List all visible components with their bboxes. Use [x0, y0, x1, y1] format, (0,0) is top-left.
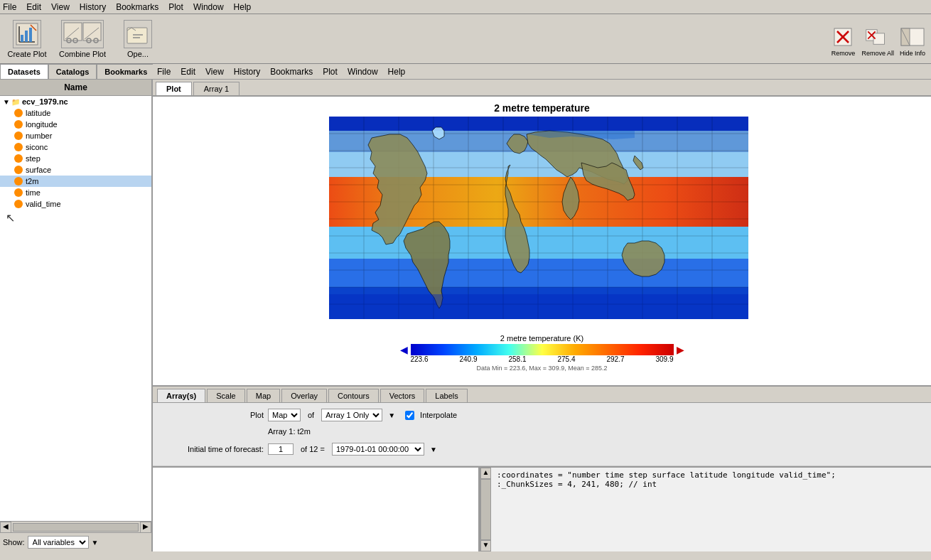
array-dropdown-icon[interactable]: ▼: [388, 411, 395, 419]
tab-arrays[interactable]: Array(s): [157, 389, 205, 402]
hide-info-button[interactable]: Hide Info: [900, 24, 925, 57]
colorbar-title: 2 metre temperature (K): [500, 334, 583, 343]
tab-contours[interactable]: Contours: [328, 389, 379, 402]
list-item[interactable]: siconc: [0, 141, 151, 153]
inner-menu-history[interactable]: History: [234, 67, 260, 77]
bookmarks-tab[interactable]: Bookmarks: [97, 64, 155, 79]
inner-menu-plot[interactable]: Plot: [323, 67, 338, 77]
tab-map[interactable]: Map: [247, 389, 280, 402]
hscroll-left-btn[interactable]: ◀: [0, 522, 11, 533]
colorbar-val-3: 275.4: [557, 355, 575, 363]
tab-plot[interactable]: Plot: [156, 82, 192, 95]
inner-menu-window[interactable]: Window: [348, 67, 378, 77]
date-select[interactable]: 1979-01-01 00:00:00: [332, 443, 424, 456]
outer-menubar: File Edit View History Bookmarks Plot Wi…: [0, 0, 931, 14]
datasets-tab[interactable]: Datasets: [0, 64, 48, 79]
array-only-select[interactable]: Array 1 Only: [321, 409, 382, 421]
list-item[interactable]: step: [0, 153, 151, 164]
plot-label: Plot: [164, 411, 264, 419]
plot-display: 2 metre temperature: [153, 97, 931, 385]
list-item[interactable]: t2m: [0, 176, 151, 187]
tree-header: Name: [0, 80, 151, 96]
date-dropdown-icon[interactable]: ▼: [430, 446, 437, 453]
tab-labels[interactable]: Labels: [426, 389, 467, 402]
interpolate-checkbox[interactable]: [405, 411, 414, 420]
tab-vectors[interactable]: Vectors: [380, 389, 425, 402]
list-item[interactable]: time: [0, 187, 151, 198]
map-container: [329, 117, 755, 330]
info-line-2: :_ChunkSizes = 4, 241, 480; // int: [497, 480, 925, 489]
outer-menu-help[interactable]: Help: [234, 2, 252, 12]
plot-title: 2 metre temperature: [494, 97, 590, 117]
outer-menu-file[interactable]: File: [3, 2, 16, 12]
info-line-1: :coordinates = "number time step surface…: [497, 470, 925, 480]
scroll-thumb[interactable]: [480, 479, 491, 540]
create-plot-button[interactable]: Create Plot: [6, 20, 48, 58]
inner-menu-edit[interactable]: Edit: [181, 67, 195, 77]
outer-menu-history[interactable]: History: [80, 2, 106, 12]
inner-menu-help[interactable]: Help: [388, 67, 406, 77]
hscroll-right-btn[interactable]: ▶: [140, 522, 151, 533]
tab-array1[interactable]: Array 1: [193, 82, 240, 95]
svg-rect-30: [329, 259, 748, 287]
center-plot: 2 metre temperature: [153, 97, 931, 551]
open-button[interactable]: Ope...: [117, 20, 159, 58]
outer-menu-bookmarks[interactable]: Bookmarks: [116, 2, 158, 12]
var-label: longitude: [26, 120, 58, 129]
show-select[interactable]: All variables: [28, 536, 89, 549]
list-item[interactable]: valid_time: [0, 198, 151, 210]
bottom-split: ▲ ▼ :coordinates = "number time step sur…: [153, 466, 931, 551]
remove-button[interactable]: Remove: [830, 24, 856, 57]
list-item[interactable]: number: [0, 130, 151, 141]
list-item[interactable]: latitude: [0, 107, 151, 119]
var-icon: [14, 200, 23, 208]
outer-menu-view[interactable]: View: [51, 2, 70, 12]
var-label: t2m: [26, 177, 38, 185]
scroll-up-btn[interactable]: ▲: [480, 468, 491, 479]
combine-plot-icon: [61, 20, 104, 48]
time-spinner[interactable]: [268, 443, 294, 455]
remove-all-button[interactable]: Remove All: [861, 24, 894, 57]
show-dropdown-icon[interactable]: ▼: [92, 539, 99, 546]
tab-overlay[interactable]: Overlay: [281, 389, 327, 402]
left-panel-tabs: Datasets Catalogs Bookmarks: [0, 64, 151, 80]
var-label: time: [26, 188, 41, 197]
list-item[interactable]: longitude: [0, 119, 151, 130]
var-label: latitude: [26, 109, 50, 117]
outer-menu-plot[interactable]: Plot: [168, 2, 183, 12]
inner-menu-view[interactable]: View: [205, 67, 224, 77]
plot-tabs-row: Plot Array 1: [153, 80, 931, 97]
var-label: siconc: [26, 143, 48, 151]
list-item[interactable]: surface: [0, 164, 151, 176]
var-icon: [14, 154, 23, 163]
var-label: valid_time: [26, 200, 61, 208]
scroll-down-btn[interactable]: ▼: [480, 540, 491, 551]
outer-menu-edit[interactable]: Edit: [26, 2, 41, 12]
svg-rect-4: [25, 31, 28, 42]
hide-info-icon: [900, 24, 925, 50]
plot-type-select[interactable]: Map: [268, 409, 301, 421]
hscroll-track[interactable]: [13, 523, 139, 532]
time-label: Initial time of forecast:: [164, 445, 264, 453]
colorbar-val-1: 240.9: [459, 355, 477, 363]
create-plot-label: Create Plot: [7, 50, 46, 58]
bottom-tabs-row: Array(s) Scale Map Overlay Contours Vect…: [153, 385, 931, 403]
array-info-row: Array 1: t2m: [164, 426, 920, 438]
tab-scale[interactable]: Scale: [207, 389, 245, 402]
colorbar-labels: 223.6 240.9 258.1 275.4 292.7 309.9: [411, 355, 674, 363]
colorbar-val-2: 258.1: [508, 355, 526, 363]
plot-control-row: Plot Map of Array 1 Only ▼ Interpolate: [164, 409, 920, 421]
inner-menu-bookmarks[interactable]: Bookmarks: [270, 67, 313, 77]
inner-menu-file[interactable]: File: [157, 67, 171, 77]
var-icon: [14, 109, 23, 117]
colorbar: [411, 344, 674, 355]
outer-menu-window[interactable]: Window: [193, 2, 224, 12]
cursor-indicator: ↖: [0, 210, 151, 226]
catalogs-tab[interactable]: Catalogs: [48, 64, 97, 79]
combine-plot-button[interactable]: Combine Plot: [54, 20, 111, 58]
colorbar-arrow-right: ▶: [677, 344, 684, 355]
tree-area: ▼ 📁 ecv_1979.nc latitude longitude numbe…: [0, 96, 151, 521]
var-icon: [14, 131, 23, 140]
var-label: number: [26, 131, 52, 140]
file-node[interactable]: ▼ 📁 ecv_1979.nc: [0, 96, 151, 107]
